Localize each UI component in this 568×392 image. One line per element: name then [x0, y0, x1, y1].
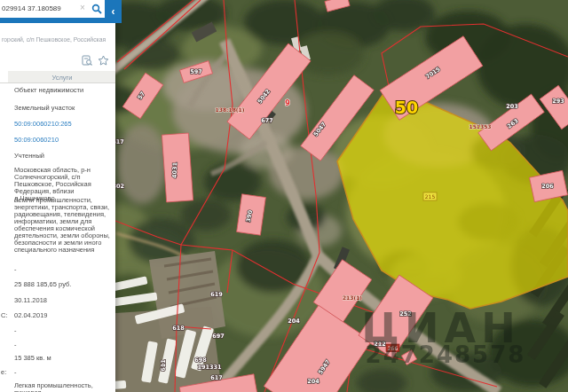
map-parcel-label: 677: [261, 117, 273, 124]
app-window: 61713025759750426779138:18(1)50474031390…: [0, 0, 568, 392]
panel-tabs: Услуги: [0, 71, 115, 83]
cadastral-number-link[interactable]: 50:09:0060210:265: [14, 121, 112, 128]
search-input[interactable]: 029914 37.180589 ×: [0, 0, 105, 18]
map-parcel-label: 206: [541, 183, 554, 190]
clipped-label-1: С:: [1, 312, 12, 319]
empty-value-1: -: [14, 266, 112, 273]
map-parcel-label: 618: [172, 325, 185, 332]
map-parcel-label: 698: [194, 357, 207, 364]
search-bar: 029914 37.180589 × ‹: [0, 0, 122, 23]
info-panel: горский, с/п Пешковское, Российская Услу…: [0, 0, 115, 392]
map-parcel-label: 611: [160, 359, 167, 372]
map-parcel-label: 4031: [171, 161, 179, 178]
tab-services[interactable]: Услуги: [9, 74, 115, 82]
clipped-label-2: е:: [1, 369, 12, 376]
tab-info-active-sliver[interactable]: [0, 71, 8, 82]
section-title: Объект недвижимости: [14, 87, 112, 94]
search-input-value[interactable]: 029914 37.180589: [2, 4, 78, 12]
panel-actions: [82, 55, 109, 66]
map-parcel-label: 213(1): [343, 294, 362, 301]
selected-parcel-number: 215: [425, 193, 436, 200]
empty-value-4: -: [14, 369, 112, 376]
entry-date: 02.04.2019: [14, 312, 112, 319]
area-value: 15 385 кв. м: [14, 355, 112, 362]
map-parcel-label: 597: [190, 68, 202, 75]
empty-value-3: -: [14, 341, 112, 349]
cost-date: 30.11.2018: [14, 297, 112, 304]
map-parcel-label: 203: [506, 103, 518, 110]
permitted-use: Легкая промышленность, пищевая: [14, 382, 112, 392]
empty-value-2: -: [14, 327, 112, 334]
watermark-number: 247248578: [366, 341, 526, 368]
map-parcel-label: 191331: [197, 364, 222, 371]
status-value: Учтенный: [14, 153, 112, 160]
map-parcel-label: 9: [285, 98, 290, 107]
land-category: Земли промышленности, энергетики, трансп…: [14, 197, 112, 254]
star-favorite-icon[interactable]: [98, 55, 109, 66]
map-parcel-label: 204: [307, 378, 320, 385]
document-search-icon[interactable]: [82, 55, 92, 66]
cian-watermark: ЦИАН 247248578: [361, 304, 525, 368]
cadastral-quarter-link[interactable]: 50:09:0060210: [14, 137, 112, 144]
map-parcel-label: 617: [210, 374, 223, 381]
map-parcel-label: 619: [210, 291, 223, 298]
district-number-label: 50: [395, 98, 418, 117]
result-address-line: горский, с/п Пешковское, Российская: [2, 36, 112, 43]
map-parcel-label: 151353: [469, 123, 491, 129]
clear-search-icon[interactable]: ×: [80, 3, 85, 12]
map-parcel-label: 293: [552, 98, 564, 105]
collapse-panel-icon[interactable]: ‹: [105, 0, 122, 23]
map-parcel-label: 697: [212, 333, 225, 340]
map-parcel-label: 138:18(1): [216, 106, 245, 113]
cadastral-cost: 25 888 185,65 руб.: [14, 281, 112, 288]
search-icon[interactable]: [91, 4, 102, 14]
map-parcel-label: 204: [288, 318, 300, 325]
object-type: Земельный участок: [14, 105, 112, 112]
selected-parcel-number-box: 215: [423, 192, 437, 200]
